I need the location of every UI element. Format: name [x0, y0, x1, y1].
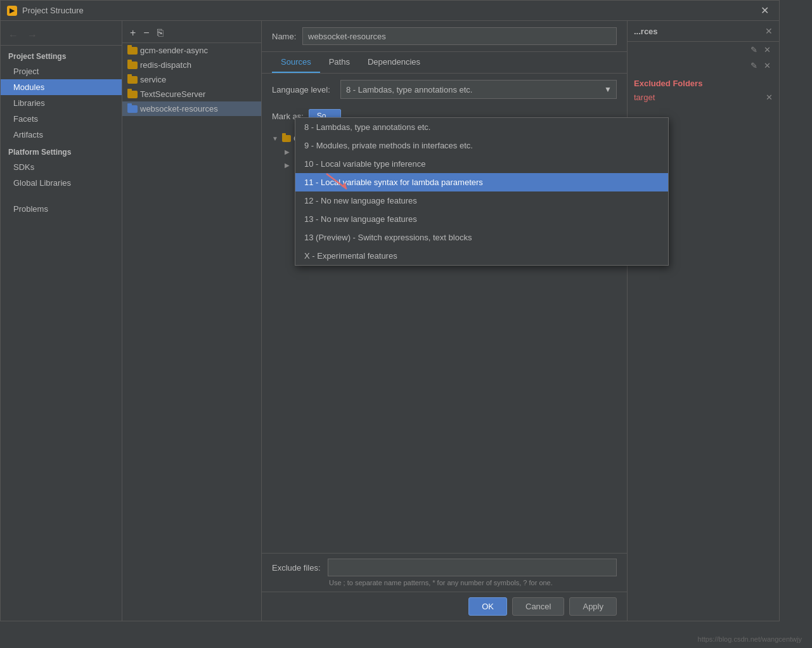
sidebar-item-artifacts[interactable]: Artifacts — [1, 127, 122, 143]
module-item-service[interactable]: service — [122, 72, 261, 87]
src-expand-icon: ▶ — [285, 148, 292, 155]
name-input[interactable] — [302, 27, 617, 45]
sidebar-nav: ← → — [1, 26, 122, 46]
exclude-files-input[interactable] — [328, 559, 617, 576]
tabs-row: Sources Paths Dependencies — [262, 52, 627, 74]
row-actions-2: ✎ ✕ — [749, 60, 773, 71]
content-area: ← → Project Settings Project Modules Lib… — [1, 21, 779, 621]
nav-forward-button[interactable]: → — [25, 29, 40, 42]
window-close-button[interactable]: ✕ — [757, 3, 773, 18]
dropdown-item-10[interactable]: 10 - Local variable type inference — [295, 155, 668, 173]
hint-text: Use ; to separate name patterns, * for a… — [272, 579, 617, 586]
website-footer: https://blog.csdn.net/wangcentwjy — [698, 635, 802, 643]
sidebar-item-facets[interactable]: Facets — [1, 111, 122, 127]
window-title: Project Structure — [22, 6, 84, 15]
language-level-select-wrapper: 8 - Lambdas, type annotations etc. ▼ — [340, 80, 617, 99]
excluded-folders-label: Excluded Folders — [628, 74, 779, 91]
add-module-button[interactable]: + — [127, 26, 138, 40]
main-panel: Name: Sources Paths Dependencies Languag… — [262, 21, 627, 621]
sidebar-item-modules[interactable]: Modules — [1, 79, 122, 95]
right-panel-row-2: ✎ ✕ — [628, 58, 779, 74]
folder-icon — [127, 62, 138, 69]
footer-bar: OK Cancel Apply — [262, 592, 627, 621]
cancel-button[interactable]: Cancel — [512, 597, 564, 616]
name-row: Name: — [262, 21, 627, 52]
dropdown-item-11[interactable]: 11 - Local variable syntax for lambda pa… — [295, 173, 668, 191]
row-edit-2[interactable]: ✎ — [749, 60, 759, 71]
row-delete-1[interactable]: ✕ — [762, 44, 773, 55]
module-toolbar: + − ⎘ — [122, 23, 261, 43]
dropdown-item-13[interactable]: 13 - No new language features — [295, 210, 668, 228]
dropdown-item-13p[interactable]: 13 (Preview) - Switch expressions, text … — [295, 228, 668, 247]
right-panel-row-1: ✎ ✕ — [628, 42, 779, 58]
ok-button[interactable]: OK — [468, 597, 507, 616]
right-panel-close-button[interactable]: ✕ — [765, 26, 773, 36]
nav-back-button[interactable]: ← — [6, 29, 21, 42]
root-folder-icon — [282, 135, 291, 142]
title-bar: ▶ Project Structure ✕ — [1, 1, 779, 21]
name-label: Name: — [272, 32, 297, 41]
excluded-target-item: target ✕ — [628, 91, 779, 104]
expand-icon: ▼ — [272, 135, 280, 142]
tab-sources[interactable]: Sources — [272, 52, 320, 73]
project-structure-dialog: ▶ Project Structure ✕ ← → Project Settin… — [0, 0, 780, 621]
language-level-row: Language level: 8 - Lambdas, type annota… — [262, 74, 627, 105]
app-icon: ▶ — [7, 6, 17, 16]
row-actions-1: ✎ ✕ — [749, 44, 773, 55]
right-panel-title: ...rces — [634, 27, 658, 36]
folder-icon-selected — [127, 105, 138, 113]
exclude-files-label: Exclude files: — [272, 563, 323, 573]
tab-dependencies[interactable]: Dependencies — [359, 52, 429, 73]
dropdown-item-12[interactable]: 12 - No new language features — [295, 191, 668, 210]
module-item-websocket[interactable]: websocket-resources — [122, 101, 261, 116]
title-bar-left: ▶ Project Structure — [7, 6, 84, 16]
right-panel-header: ...rces ✕ — [628, 21, 779, 42]
apply-button[interactable]: Apply — [569, 597, 617, 616]
folder-icon — [127, 91, 138, 98]
language-level-label: Language level: — [272, 85, 335, 94]
exclude-files-row: Exclude files: — [272, 559, 617, 576]
platform-settings-label: Platform Settings — [1, 143, 122, 159]
sidebar-item-global-libraries[interactable]: Global Libraries — [1, 175, 122, 191]
language-level-select[interactable]: 8 - Lambdas, type annotations etc. — [340, 80, 617, 99]
dropdown-item-8[interactable]: 8 - Lambdas, type annotations etc. — [295, 118, 668, 136]
sidebar-item-libraries[interactable]: Libraries — [1, 95, 122, 111]
excluded-target-close[interactable]: ✕ — [766, 93, 773, 102]
right-panel: ...rces ✕ ✎ ✕ ✎ ✕ Excluded Folders targe… — [627, 21, 779, 621]
dropdown-item-x[interactable]: X - Experimental features — [295, 247, 668, 265]
row-delete-2[interactable]: ✕ — [762, 60, 773, 71]
dropdown-item-9[interactable]: 9 - Modules, private methods in interfac… — [295, 136, 668, 155]
sidebar-item-sdks[interactable]: SDKs — [1, 159, 122, 175]
remove-module-button[interactable]: − — [141, 26, 151, 40]
module-tree: + − ⎘ gcm-sender-async redis-dispatch se… — [122, 21, 262, 621]
module-item-redis[interactable]: redis-dispatch — [122, 58, 261, 72]
folder-icon — [127, 47, 138, 55]
copy-module-button[interactable]: ⎘ — [155, 26, 166, 40]
target-expand-icon: ▶ — [285, 162, 292, 169]
row-edit-1[interactable]: ✎ — [749, 44, 759, 55]
folder-icon — [127, 76, 138, 84]
project-settings-label: Project Settings — [1, 48, 122, 63]
sidebar-item-problems[interactable]: Problems — [1, 201, 122, 217]
language-dropdown: 8 - Lambdas, type annotations etc. 9 - M… — [295, 117, 669, 266]
sidebar-item-project[interactable]: Project — [1, 63, 122, 79]
tab-paths[interactable]: Paths — [320, 52, 359, 73]
module-item-gcm[interactable]: gcm-sender-async — [122, 43, 261, 58]
bottom-area: Exclude files: Use ; to separate name pa… — [262, 553, 627, 592]
sidebar: ← → Project Settings Project Modules Lib… — [1, 21, 122, 621]
module-item-textsecure[interactable]: TextSecureServer — [122, 87, 261, 101]
